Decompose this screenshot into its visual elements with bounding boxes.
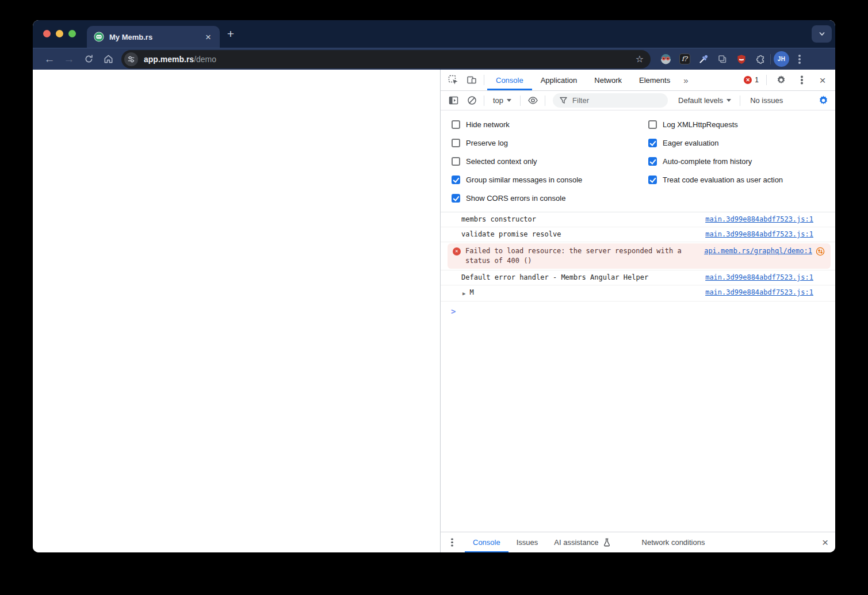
- source-link[interactable]: main.3d99e884abdf7523.js:1: [705, 288, 813, 298]
- setting-user-action[interactable]: Treat code evaluation as user action: [648, 170, 783, 189]
- console-message[interactable]: validate promise resolve main.3d99e884ab…: [441, 227, 835, 242]
- inspect-element-button[interactable]: [444, 72, 462, 88]
- address-bar[interactable]: app.memb.rs/demo ☆: [121, 50, 651, 68]
- expand-caret-icon[interactable]: ▶: [462, 289, 465, 299]
- tab-application[interactable]: Application: [532, 70, 586, 90]
- toolbar-divider: [770, 54, 771, 64]
- home-button[interactable]: [98, 51, 118, 68]
- message-text: membrs constructor: [441, 215, 697, 224]
- log-levels-dropdown[interactable]: Default levels: [672, 96, 737, 105]
- console-sidebar-button[interactable]: [444, 93, 462, 109]
- url-path: /demo: [194, 55, 216, 64]
- setting-group-similar[interactable]: Group similar messages in console: [452, 170, 648, 189]
- console-message[interactable]: Default error handler - Membrs Angular H…: [441, 270, 835, 285]
- checkbox[interactable]: [452, 139, 460, 147]
- message-text: Default error handler - Membrs Angular H…: [441, 273, 697, 283]
- settings-column-right: Log XMLHttpRequests Eager evaluation Aut…: [648, 115, 783, 207]
- back-button[interactable]: ←: [40, 51, 59, 68]
- drawer-tab-ai-assistance[interactable]: AI assistance: [546, 532, 618, 552]
- devtools-menu-button[interactable]: [793, 72, 811, 88]
- source-link[interactable]: main.3d99e884abdf7523.js:1: [705, 273, 813, 283]
- tab-console[interactable]: Console: [487, 70, 532, 90]
- show-network-request-icon[interactable]: [816, 247, 825, 259]
- checkbox[interactable]: [452, 120, 460, 129]
- drawer-menu-button[interactable]: [444, 535, 460, 551]
- browser-menu-button[interactable]: [791, 51, 808, 67]
- settings-column-left: Hide network Preserve log Selected conte…: [452, 115, 648, 207]
- page-viewport[interactable]: [33, 70, 440, 552]
- checkbox[interactable]: [452, 194, 460, 203]
- close-window-button[interactable]: [43, 30, 51, 37]
- setting-selected-context[interactable]: Selected context only: [452, 152, 648, 170]
- console-toolbar: top Filter Default levels No issues: [441, 91, 835, 110]
- devtools-close-button[interactable]: ×: [813, 72, 832, 88]
- levels-label: Default levels: [678, 96, 723, 105]
- reload-button[interactable]: [79, 51, 98, 68]
- console-expandable-message[interactable]: ▶M main.3d99e884abdf7523.js:1: [441, 285, 835, 302]
- extension-eyedropper-icon[interactable]: [697, 52, 710, 66]
- drawer-tab-console[interactable]: Console: [465, 532, 508, 552]
- source-link[interactable]: main.3d99e884abdf7523.js:1: [705, 215, 813, 224]
- forward-button: →: [59, 51, 79, 68]
- console-error-message[interactable]: ✕ Failed to load resource: the server re…: [448, 243, 831, 269]
- clear-console-button[interactable]: [462, 93, 481, 109]
- devtools-settings-button[interactable]: [772, 72, 790, 88]
- object-preview: M: [469, 288, 473, 299]
- setting-hide-network[interactable]: Hide network: [452, 115, 648, 134]
- source-link[interactable]: main.3d99e884abdf7523.js:1: [705, 230, 813, 239]
- drawer-tab-issues[interactable]: Issues: [508, 532, 546, 552]
- tab-elements[interactable]: Elements: [630, 70, 679, 90]
- more-tabs-button[interactable]: »: [679, 75, 692, 85]
- checkbox[interactable]: [648, 120, 657, 129]
- device-toolbar-button[interactable]: [462, 72, 481, 88]
- prompt-chevron-icon: >: [451, 307, 456, 316]
- new-tab-button[interactable]: +: [223, 26, 239, 42]
- divider: [740, 96, 740, 106]
- flask-icon: [603, 538, 611, 547]
- live-expression-button[interactable]: [523, 93, 542, 109]
- setting-cors-errors[interactable]: Show CORS errors in console: [452, 189, 648, 207]
- filter-input[interactable]: Filter: [553, 93, 668, 108]
- site-settings-icon[interactable]: [124, 52, 138, 66]
- favicon: [94, 32, 104, 42]
- tab-search-button[interactable]: [812, 25, 832, 43]
- minimize-window-button[interactable]: [56, 30, 63, 37]
- message-text: ▶M: [441, 288, 697, 299]
- setting-autocomplete-history[interactable]: Auto-complete from history: [648, 152, 783, 170]
- extension-adblock-shield-icon[interactable]: [735, 52, 748, 66]
- url-text: app.memb.rs/demo: [144, 55, 631, 64]
- extension-monkey-icon[interactable]: [659, 52, 672, 66]
- checkbox[interactable]: [648, 139, 657, 147]
- console-messages: membrs constructor main.3d99e884abdf7523…: [441, 212, 835, 532]
- drawer-close-button[interactable]: ×: [822, 537, 828, 548]
- divider: [520, 96, 521, 106]
- setting-preserve-log[interactable]: Preserve log: [452, 134, 648, 152]
- error-count-badge[interactable]: ✕ 1: [744, 76, 759, 84]
- checkbox[interactable]: [648, 157, 657, 166]
- devtools-panel: Console Application Network Elements » ✕…: [440, 70, 835, 552]
- tab-network[interactable]: Network: [586, 70, 630, 90]
- extension-f-icon[interactable]: f?: [678, 52, 691, 66]
- extension-copy-pages-icon[interactable]: [716, 52, 729, 66]
- browser-tab[interactable]: My Memb.rs ×: [87, 26, 220, 48]
- drawer-tab-network-conditions[interactable]: Network conditions: [634, 532, 713, 552]
- setting-log-xhr[interactable]: Log XMLHttpRequests: [648, 115, 783, 134]
- console-prompt[interactable]: >: [441, 302, 835, 316]
- checkbox[interactable]: [648, 176, 657, 184]
- source-link[interactable]: api.memb.rs/graphql/demo:1: [704, 246, 812, 256]
- console-message[interactable]: membrs constructor main.3d99e884abdf7523…: [441, 212, 835, 227]
- bookmark-star-icon[interactable]: ☆: [636, 54, 644, 64]
- console-settings-button[interactable]: [815, 93, 832, 109]
- context-label: top: [493, 96, 503, 105]
- tab-close-icon[interactable]: ×: [202, 31, 214, 43]
- context-selector[interactable]: top: [487, 96, 517, 105]
- checkbox[interactable]: [452, 157, 460, 166]
- issues-status[interactable]: No issues: [743, 96, 790, 105]
- checkbox[interactable]: [452, 176, 460, 184]
- extensions-puzzle-icon[interactable]: [754, 52, 767, 66]
- zoom-window-button[interactable]: [68, 30, 76, 37]
- profile-avatar[interactable]: JH: [774, 51, 789, 67]
- kebab-icon: [801, 79, 803, 81]
- setting-eager-eval[interactable]: Eager evaluation: [648, 134, 783, 152]
- content-area: Console Application Network Elements » ✕…: [33, 70, 835, 552]
